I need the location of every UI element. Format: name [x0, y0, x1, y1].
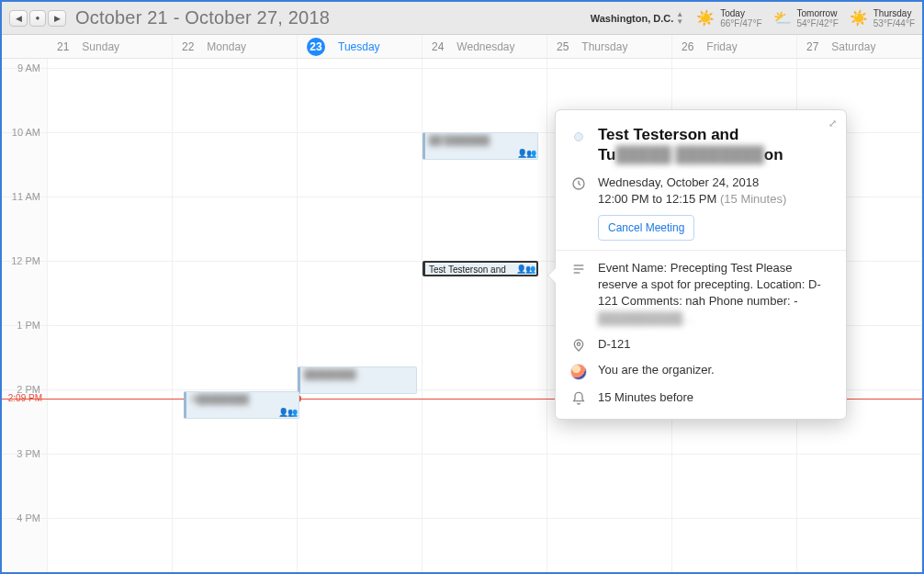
event-wed-10am[interactable]: ██'███████ 👤👥: [423, 132, 538, 160]
day-name-today: Tuesday: [338, 40, 380, 53]
svg-point-4: [577, 343, 580, 345]
popover-title: Test Testerson and Tu█████ ████████on: [598, 125, 831, 165]
day-num: 22: [182, 40, 194, 53]
nav-group: ◀ ● ▶: [9, 10, 66, 27]
weather-location-text: Washington, D.C.: [591, 13, 674, 24]
weather-thursday-label: Thursday: [873, 8, 915, 18]
description-icon: [570, 260, 587, 327]
location-stepper-icon: ▲▼: [676, 11, 683, 26]
popover-pointer-icon: [548, 268, 556, 283]
day-header: 21 Sunday 22 Monday 23 Tuesday 24 Wednes…: [2, 35, 922, 59]
weather-location[interactable]: Washington, D.C. ▲▼: [591, 11, 684, 26]
day-header-tuesday[interactable]: 23 Tuesday: [298, 35, 423, 58]
day-header-sunday[interactable]: 21 Sunday: [48, 35, 173, 58]
event-title-masked: A████████: [190, 394, 249, 404]
day-header-friday[interactable]: 26 Friday: [672, 35, 797, 58]
popover-datetime: Wednesday, October 24, 2018 12:00 PM to …: [598, 174, 831, 241]
day-num: 24: [432, 40, 444, 53]
event-wed-12pm-selected[interactable]: Test Testerson and 👤👥: [423, 261, 538, 276]
location-icon: [570, 336, 587, 353]
clock-icon: [570, 174, 587, 241]
weather-thursday[interactable]: ☀️ Thursday 53°F/44°F: [850, 8, 915, 28]
attendees-icon: 👤👥: [278, 408, 297, 417]
weather-today[interactable]: ☀️ Today 66°F/47°F: [696, 8, 761, 28]
expand-popover-button[interactable]: ⤢: [828, 118, 837, 129]
day-header-monday[interactable]: 22 Monday: [173, 35, 298, 58]
weather-tomorrow-label: Tomorrow: [797, 8, 839, 18]
day-header-wednesday[interactable]: 24 Wednesday: [423, 35, 547, 58]
organizer-avatar-icon: [570, 364, 587, 380]
hour-11am: 11 AM: [2, 191, 48, 202]
hour-12pm: 12 PM: [2, 255, 48, 266]
event-title-masked: ████████: [304, 369, 356, 379]
popover-location: D-121: [598, 336, 831, 353]
weather-tomorrow-temps: 54°F/42°F: [797, 18, 839, 28]
event-title-masked: ██'███████: [429, 135, 490, 145]
prev-week-button[interactable]: ◀: [9, 10, 28, 27]
day-name: Sunday: [82, 40, 119, 53]
day-num: 21: [57, 40, 69, 53]
day-header-saturday[interactable]: 27 Saturday: [797, 35, 922, 58]
day-num: 27: [806, 40, 818, 53]
sun-icon: ☀️: [850, 13, 868, 23]
cancel-meeting-button[interactable]: Cancel Meeting: [598, 215, 694, 241]
popover-description: Event Name: Precepting Test Please reser…: [598, 260, 831, 327]
day-name: Friday: [706, 40, 737, 53]
today-button[interactable]: ●: [29, 10, 46, 27]
toolbar: ◀ ● ▶ October 21 - October 27, 2018 Wash…: [2, 2, 922, 35]
attendees-icon: 👤👥: [517, 149, 535, 158]
popover-organizer: You are the organizer.: [598, 362, 831, 380]
day-header-thursday[interactable]: 25 Thursday: [547, 35, 672, 58]
now-label: 2:09 PM: [2, 393, 48, 403]
calendar-grid[interactable]: 9 AM 10 AM 11 AM 12 PM 1 PM 2 PM 3 PM 4 …: [2, 59, 922, 572]
day-num: 26: [682, 40, 693, 53]
next-week-button[interactable]: ▶: [48, 10, 66, 27]
attendees-icon: 👤👥: [516, 264, 535, 274]
calendar-color-icon: [574, 132, 583, 141]
event-mon-2pm[interactable]: A████████ 👤👥: [184, 391, 299, 419]
day-name: Monday: [207, 40, 246, 53]
event-title: Test Testerson and: [429, 264, 506, 275]
hour-9am: 9 AM: [2, 62, 48, 73]
hour-3pm: 3 PM: [2, 448, 48, 459]
partly-cloudy-icon: ⛅: [773, 13, 792, 23]
date-range-label: October 21 - October 27, 2018: [75, 7, 330, 28]
day-name: Saturday: [831, 40, 875, 53]
day-name: Thursday: [581, 40, 627, 53]
event-tue-afternoon[interactable]: ████████: [298, 366, 417, 394]
hour-4pm: 4 PM: [2, 512, 48, 523]
sun-icon: ☀️: [696, 13, 715, 23]
bell-icon: [570, 389, 587, 406]
weather-today-temps: 66°F/47°F: [720, 18, 761, 28]
hour-1pm: 1 PM: [2, 320, 48, 331]
day-num-today: 23: [307, 38, 325, 56]
weather-today-label: Today: [720, 8, 761, 18]
day-name: Wednesday: [456, 40, 514, 53]
day-num: 25: [557, 40, 569, 53]
weather-tomorrow[interactable]: ⛅ Tomorrow 54°F/42°F: [773, 8, 839, 28]
weather-thursday-temps: 53°F/44°F: [873, 18, 915, 28]
hour-10am: 10 AM: [2, 127, 48, 138]
event-detail-popover: ⤢ Test Testerson and Tu█████ ████████on …: [555, 109, 847, 420]
popover-reminder: 15 Minutes before: [598, 389, 831, 406]
